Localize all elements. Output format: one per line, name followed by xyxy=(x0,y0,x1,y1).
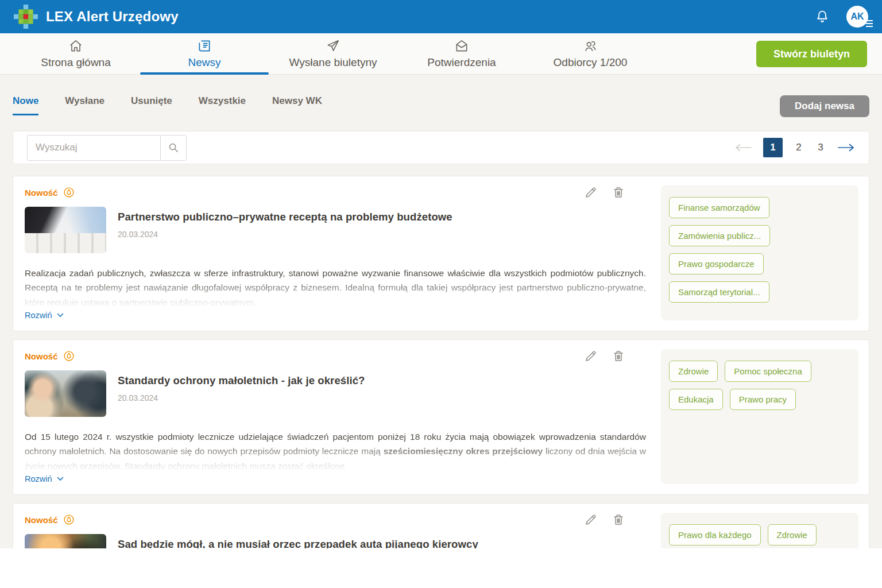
news-body: Realizacja zadań publicznych, zwłaszcza … xyxy=(25,266,646,305)
news-body: Od 15 lutego 2024 r. wszystkie podmioty … xyxy=(25,430,646,469)
subtab-row: Nowe Wysłane Usunięte Wszystkie Newsy WK… xyxy=(13,75,869,117)
user-avatar[interactable]: AK xyxy=(846,6,868,28)
nav-label: Potwierdzenia xyxy=(427,56,496,69)
nav-label: Odbiorcy 1/200 xyxy=(554,56,628,69)
search-icon xyxy=(167,141,180,154)
app-title: LEX Alert Urzędowy xyxy=(46,9,179,25)
main-nav: Strona główna Newsy Wysłane biuletyny Po… xyxy=(0,33,882,75)
nav-item-strona-glowna[interactable]: Strona główna xyxy=(11,33,140,74)
nav-item-odbiorcy[interactable]: Odbiorcy 1/200 xyxy=(526,33,655,74)
tag[interactable]: Samorząd terytorial... xyxy=(669,281,769,303)
news-image xyxy=(25,207,106,253)
paper-plane-icon xyxy=(326,38,341,53)
search-input[interactable] xyxy=(27,135,160,161)
add-news-button[interactable]: Dodaj newsa xyxy=(780,95,869,117)
prev-page-arrow-icon[interactable] xyxy=(734,143,753,152)
delete-trash-icon[interactable] xyxy=(612,349,625,363)
envelope-open-icon xyxy=(454,38,469,53)
tag-panel: Prawo dla każdego Zdrowie xyxy=(661,513,858,548)
card-content: Nowość xyxy=(25,185,661,320)
expand-label: Rozwiń xyxy=(25,311,52,320)
flame-icon xyxy=(63,187,75,198)
expand-link[interactable]: Rozwiń xyxy=(25,474,64,483)
delete-trash-icon[interactable] xyxy=(612,513,625,527)
news-date: 20.03.2024 xyxy=(118,393,365,403)
next-page-arrow-icon[interactable] xyxy=(837,143,855,152)
nav-item-newsy[interactable]: Newsy xyxy=(140,33,269,74)
tag[interactable]: Prawo pracy xyxy=(730,389,796,410)
delete-trash-icon[interactable] xyxy=(612,185,625,199)
news-title: Partnerstwo publiczno–prywatne receptą n… xyxy=(118,211,452,223)
home-icon xyxy=(68,38,83,53)
tag[interactable]: Zdrowie xyxy=(768,524,817,546)
news-title: Sąd będzie mógł, a nie musiał orzec prze… xyxy=(118,538,478,548)
wolters-kluwer-logo-icon xyxy=(14,5,38,29)
news-card: Nowość xyxy=(13,503,869,548)
nav-label: Newsy xyxy=(188,56,220,69)
news-card: Nowość xyxy=(13,176,869,331)
subtab-wszystkie[interactable]: Wszystkie xyxy=(199,95,246,115)
news-image xyxy=(25,370,106,417)
newspaper-icon xyxy=(197,38,212,53)
edit-pencil-icon[interactable] xyxy=(584,349,598,363)
chevron-down-icon xyxy=(57,313,64,318)
page-number-2[interactable]: 2 xyxy=(793,142,804,153)
newsy-page: Nowe Wysłane Usunięte Wszystkie Newsy WK… xyxy=(0,75,882,548)
new-badge: Nowość xyxy=(25,351,58,361)
news-image xyxy=(25,534,106,548)
tag-panel: Finanse samorządów Zamówienia publicz...… xyxy=(661,185,858,320)
expand-link[interactable]: Rozwiń xyxy=(25,311,64,320)
tag[interactable]: Zamówienia publicz... xyxy=(669,225,770,246)
tag[interactable]: Prawo gospodarcze xyxy=(669,253,764,274)
page-number-1[interactable]: 1 xyxy=(763,138,783,157)
card-content: Nowość xyxy=(25,349,661,484)
flame-icon xyxy=(63,350,75,362)
tag[interactable]: Pomoc społeczna xyxy=(725,361,811,382)
pagination: 1 2 3 xyxy=(734,138,855,157)
news-title: Standardy ochrony małoletnich - jak je o… xyxy=(118,374,365,387)
tag[interactable]: Zdrowie xyxy=(669,361,718,382)
tag[interactable]: Finanse samorządów xyxy=(669,197,769,218)
subtab-wyslane[interactable]: Wysłane xyxy=(65,95,105,115)
page-number-3[interactable]: 3 xyxy=(815,142,826,153)
create-bulletin-button[interactable]: Stwórz biuletyn xyxy=(756,41,867,67)
search-group xyxy=(27,135,187,161)
chevron-down-icon xyxy=(57,477,64,481)
new-badge: Nowość xyxy=(25,188,58,198)
subtab-nowe[interactable]: Nowe xyxy=(13,95,38,115)
subtabs: Nowe Wysłane Usunięte Wszystkie Newsy WK xyxy=(13,95,322,115)
avatar-menu-icon xyxy=(866,20,873,27)
expand-label: Rozwiń xyxy=(25,474,52,483)
flame-icon xyxy=(63,514,75,525)
subtab-newsy-wk[interactable]: Newsy WK xyxy=(272,95,322,115)
news-card: Nowość xyxy=(13,339,869,495)
nav-label: Wysłane biuletyny xyxy=(289,56,377,69)
app-header: LEX Alert Urzędowy AK xyxy=(0,0,882,33)
avatar-initials: AK xyxy=(850,11,864,22)
people-icon xyxy=(583,38,598,53)
new-badge: Nowość xyxy=(25,515,58,525)
edit-pencil-icon[interactable] xyxy=(584,185,598,199)
subtab-usuniete[interactable]: Usunięte xyxy=(131,95,172,115)
card-content: Nowość xyxy=(25,513,661,548)
search-button[interactable] xyxy=(160,135,187,161)
news-date: 20.03.2024 xyxy=(118,230,452,239)
tag-panel: Zdrowie Pomoc społeczna Edukacja Prawo p… xyxy=(661,349,858,484)
nav-item-potwierdzenia[interactable]: Potwierdzenia xyxy=(397,33,526,74)
nav-item-wyslane-biuletyny[interactable]: Wysłane biuletyny xyxy=(269,33,397,74)
edit-pencil-icon[interactable] xyxy=(584,513,598,527)
tag[interactable]: Edukacja xyxy=(669,389,723,410)
search-pagination-bar: 1 2 3 xyxy=(13,131,869,164)
tag[interactable]: Prawo dla każdego xyxy=(669,524,761,546)
notifications-bell-icon[interactable] xyxy=(814,9,830,25)
nav-label: Strona główna xyxy=(41,56,110,69)
